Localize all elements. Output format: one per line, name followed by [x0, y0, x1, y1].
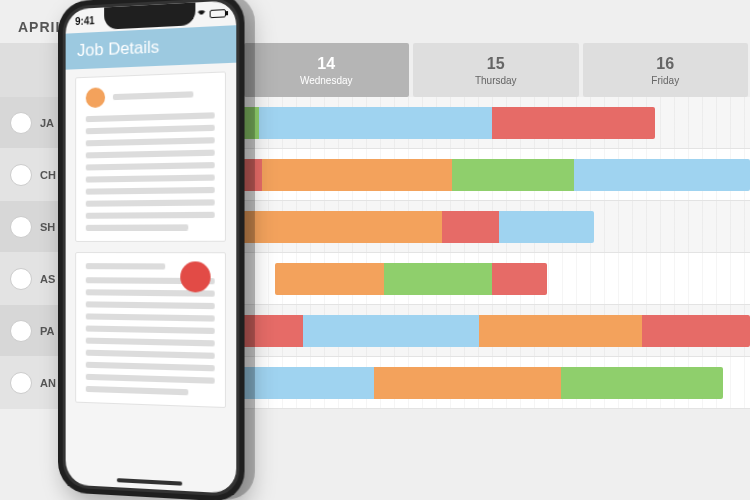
text-line-stub: [86, 313, 215, 321]
gantt-segment[interactable]: [262, 159, 452, 191]
gantt-segment[interactable]: [275, 263, 383, 295]
text-line-stub: [86, 224, 189, 231]
text-line-stub: [86, 162, 215, 170]
day-column[interactable]: 14Wednesday: [244, 43, 410, 97]
status-dot: [86, 87, 105, 108]
gantt-segment[interactable]: [492, 107, 655, 139]
gantt-segment[interactable]: [479, 315, 642, 347]
text-line-stub: [86, 362, 215, 372]
text-line-stub: [86, 199, 215, 206]
avatar: [10, 320, 32, 342]
gantt-segment[interactable]: [384, 263, 492, 295]
row-name: CH: [40, 169, 56, 181]
row-name: PA: [40, 325, 54, 337]
gantt-bar[interactable]: [275, 263, 546, 295]
gantt-segment[interactable]: [452, 159, 574, 191]
avatar: [10, 216, 32, 238]
day-name: Wednesday: [300, 75, 353, 86]
gantt-segment[interactable]: [574, 159, 750, 191]
phone-screen: 9:41 Job Details: [66, 0, 237, 494]
day-number: 14: [317, 55, 335, 73]
text-line-stub: [86, 338, 215, 347]
text-line-stub: [86, 212, 215, 219]
text-line-stub: [86, 301, 215, 309]
avatar: [10, 164, 32, 186]
row-name: SH: [40, 221, 55, 233]
text-line-stub: [86, 187, 215, 195]
gantt-segment[interactable]: [642, 315, 750, 347]
text-line-stub: [86, 112, 215, 122]
text-line-stub: [86, 350, 215, 359]
day-name: Friday: [651, 75, 679, 86]
text-line-stub: [86, 150, 215, 159]
phone-mockup: 9:41 Job Details: [58, 0, 245, 500]
app-title: Job Details: [77, 37, 159, 61]
text-line-stub: [86, 374, 215, 384]
gantt-segment[interactable]: [442, 211, 499, 243]
battery-icon: [210, 9, 226, 18]
text-line-stub: [86, 125, 215, 135]
card-title-stub: [113, 91, 193, 100]
text-line-stub: [86, 326, 215, 335]
gantt-segment[interactable]: [499, 211, 594, 243]
day-number: 16: [656, 55, 674, 73]
row-name: AN: [40, 377, 56, 389]
day-name: Thursday: [475, 75, 517, 86]
avatar: [10, 268, 32, 290]
gantt-segment[interactable]: [243, 211, 442, 243]
day-number: 15: [487, 55, 505, 73]
card-title-stub: [86, 263, 165, 269]
wifi-icon: [196, 10, 206, 19]
gantt-segment[interactable]: [374, 367, 561, 399]
text-line-stub: [86, 386, 189, 395]
row-name: AS: [40, 273, 55, 285]
avatar: [10, 372, 32, 394]
job-card[interactable]: [75, 71, 226, 242]
avatar: [10, 112, 32, 134]
text-line-stub: [86, 174, 215, 182]
job-card[interactable]: [75, 252, 226, 408]
phone-notch: [104, 2, 195, 29]
gantt-segment[interactable]: [561, 367, 723, 399]
day-column[interactable]: 15Thursday: [413, 43, 579, 97]
day-column[interactable]: 16Friday: [583, 43, 749, 97]
phone-body: 9:41 Job Details: [58, 0, 245, 500]
gantt-segment[interactable]: [303, 315, 479, 347]
row-name: JA: [40, 117, 54, 129]
gantt-segment[interactable]: [259, 107, 492, 139]
gantt-segment[interactable]: [492, 263, 546, 295]
status-time: 9:41: [75, 15, 94, 27]
text-line-stub: [86, 137, 215, 146]
status-dot: [180, 261, 210, 292]
app-body[interactable]: [66, 63, 237, 494]
